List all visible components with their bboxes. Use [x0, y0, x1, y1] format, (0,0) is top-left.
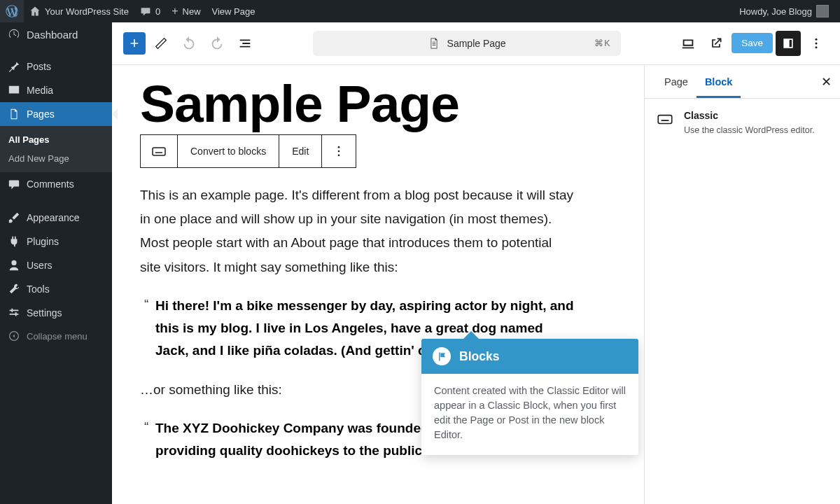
tools-button[interactable] [148, 31, 174, 56]
tour-title: Blocks [459, 349, 499, 364]
svg-point-2 [816, 42, 818, 44]
document-center-button[interactable]: Sample Page ⌘K [313, 31, 621, 56]
dashboard-icon [7, 28, 21, 41]
more-vertical-icon [332, 144, 346, 158]
menu-label: Media [27, 85, 53, 96]
editor-main: + Sample Page ⌘K Save [112, 22, 840, 504]
editor-canvas[interactable]: Sample Page Convert to blocks Edit This … [112, 65, 644, 504]
menu-appearance[interactable]: Appearance [0, 206, 112, 230]
media-icon [7, 84, 21, 97]
menu-media[interactable]: Media [0, 78, 112, 102]
svg-point-3 [816, 46, 818, 48]
undo-button[interactable] [176, 31, 202, 56]
menu-label: Settings [27, 307, 62, 318]
view-page-label: View Page [212, 6, 255, 17]
tour-body-text: Content created with the Classic Editor … [421, 374, 638, 455]
menu-users[interactable]: Users [0, 253, 112, 277]
document-overview-button[interactable] [232, 31, 258, 56]
tab-page[interactable]: Page [656, 65, 696, 98]
comment-icon [7, 178, 21, 190]
block-options-button[interactable] [321, 135, 356, 167]
view-page-link[interactable]: View Page [206, 0, 261, 22]
menu-label: Users [27, 260, 52, 271]
settings-panel-button[interactable] [776, 31, 801, 56]
feature-tour-popup: Blocks Content created with the Classic … [421, 339, 638, 455]
svg-point-6 [338, 150, 340, 153]
page-icon [428, 37, 440, 50]
menu-label: Dashboard [27, 29, 78, 41]
menu-pages[interactable]: Pages [0, 102, 112, 126]
view-button[interactable] [676, 31, 701, 56]
menu-tools[interactable]: Tools [0, 277, 112, 301]
wordpress-icon [6, 5, 18, 18]
site-name-label: Your WordPress Site [45, 6, 129, 17]
user-account-link[interactable]: Howdy, Joe Blogg [734, 0, 834, 22]
pages-submenu: All Pages Add New Page [0, 126, 112, 172]
convert-to-blocks-button[interactable]: Convert to blocks [177, 135, 279, 167]
brush-icon [7, 211, 21, 224]
menu-dashboard[interactable]: Dashboard [0, 22, 112, 46]
menu-plugins[interactable]: Plugins [0, 230, 112, 253]
post-title[interactable]: Sample Page [140, 78, 616, 130]
comments-link[interactable]: 0 [134, 0, 166, 22]
keyboard-shortcut-label: ⌘K [594, 38, 610, 48]
keyboard-icon [656, 110, 674, 135]
svg-point-7 [338, 155, 340, 157]
flag-icon [433, 347, 451, 365]
preview-external-button[interactable] [704, 31, 729, 56]
plus-icon: + [172, 5, 178, 18]
menu-posts[interactable]: Posts [0, 55, 112, 78]
tab-block[interactable]: Block [696, 65, 741, 98]
menu-label: Appearance [27, 212, 80, 223]
menu-label: Plugins [27, 236, 59, 247]
collapse-icon [7, 330, 21, 342]
wp-logo-menu[interactable] [0, 0, 24, 22]
collapse-menu[interactable]: Collapse menu [0, 325, 112, 347]
howdy-label: Howdy, Joe Blogg [739, 6, 812, 17]
add-block-button[interactable]: + [123, 32, 146, 55]
submenu-add-new-page[interactable]: Add New Page [0, 149, 112, 168]
content-paragraph[interactable]: This is an example page. It's different … [140, 183, 574, 279]
admin-bar: Your WordPress Site 0 + New View Page Ho… [0, 0, 840, 22]
wrench-icon [7, 283, 21, 295]
close-inspector-button[interactable]: ✕ [821, 74, 832, 90]
menu-label: Comments [27, 178, 74, 190]
menu-label: Posts [27, 61, 51, 72]
svg-rect-4 [153, 148, 165, 155]
keyboard-icon [150, 143, 167, 160]
comment-icon [140, 6, 151, 17]
pushpin-icon [7, 60, 21, 73]
menu-settings[interactable]: Settings [0, 301, 112, 325]
plug-icon [7, 235, 21, 248]
new-content-link[interactable]: + New [166, 0, 206, 22]
new-label: New [183, 6, 201, 17]
edit-classic-button[interactable]: Edit [279, 135, 321, 167]
comments-count: 0 [155, 6, 160, 17]
tour-arrow-icon [463, 331, 479, 339]
classic-block-toolbar: Convert to blocks Edit [140, 134, 356, 168]
svg-rect-8 [658, 115, 672, 124]
admin-sidebar: Dashboard Posts Media Pages All Pages Ad… [0, 22, 112, 504]
submenu-all-pages[interactable]: All Pages [0, 130, 112, 149]
user-icon [7, 259, 21, 272]
block-description: Use the classic WordPress editor. [684, 125, 815, 135]
inspector-panel: Page Block ✕ Classic Use the classic Wor… [644, 65, 840, 504]
site-home-link[interactable]: Your WordPress Site [24, 0, 134, 22]
page-icon [7, 108, 21, 120]
svg-point-5 [338, 146, 340, 148]
menu-label: Tools [27, 284, 50, 295]
options-button[interactable] [804, 31, 829, 56]
svg-point-1 [816, 38, 818, 40]
menu-label: Pages [27, 108, 55, 120]
sliders-icon [7, 307, 21, 319]
save-button[interactable]: Save [732, 33, 773, 53]
collapse-label: Collapse menu [27, 331, 88, 342]
classic-block-icon-button[interactable] [141, 135, 177, 167]
document-title-label: Sample Page [447, 38, 506, 49]
editor-header: + Sample Page ⌘K Save [112, 22, 840, 64]
avatar-icon [816, 5, 829, 18]
menu-comments[interactable]: Comments [0, 172, 112, 196]
redo-button[interactable] [204, 31, 230, 56]
home-icon [29, 6, 41, 17]
block-name-label: Classic [684, 110, 815, 121]
